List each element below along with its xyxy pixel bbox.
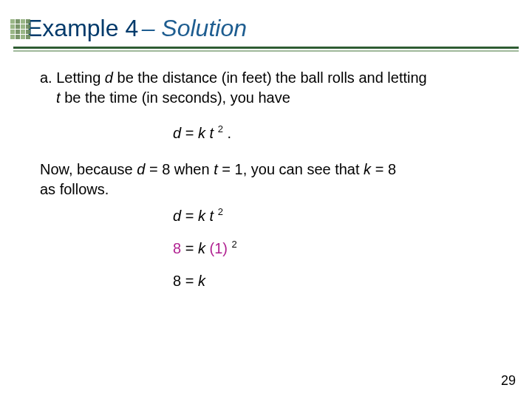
- text: be the time (in seconds), you have: [64, 89, 290, 106]
- paragraph-now: Now, because d = 8 when t = 1, you can s…: [40, 160, 502, 200]
- part-label-a: a.: [40, 69, 52, 86]
- eq-d: d: [173, 208, 181, 224]
- equation-column: d = k t 2 8 = k (1) 2 8 = k: [40, 200, 502, 297]
- eq-eq: =: [185, 125, 198, 141]
- title-dash: –: [142, 15, 162, 41]
- equation-1: d = k t 2 .: [40, 123, 502, 143]
- text: as follows.: [40, 181, 109, 197]
- content: a. Letting d be the distance (in feet) t…: [0, 52, 532, 297]
- eq-k: k: [198, 273, 205, 289]
- eq-eq: =: [185, 240, 198, 256]
- eq-exp: 2: [218, 123, 223, 134]
- page-number: 29: [501, 373, 516, 389]
- eq-exp: 2: [218, 206, 223, 217]
- eq-exp: 2: [232, 239, 237, 250]
- title-example: Example 4: [27, 15, 138, 41]
- divider-dark: [13, 47, 519, 49]
- eq-8: 8: [173, 273, 181, 289]
- eq-period: .: [227, 125, 231, 141]
- grid-icon: [10, 19, 31, 40]
- text: Now, because: [40, 161, 137, 177]
- equation-2: d = k t 2: [173, 200, 502, 232]
- eq-k: k: [198, 125, 205, 141]
- equation-4: 8 = k: [173, 265, 502, 297]
- text: Letting: [56, 69, 105, 86]
- equation-3: 8 = k (1) 2: [173, 232, 502, 265]
- var-d: d: [105, 69, 113, 86]
- eq-k: k: [198, 240, 205, 256]
- var-d: d: [137, 161, 145, 177]
- eq-one: (1): [210, 240, 228, 256]
- title-solution: Solution: [161, 15, 247, 41]
- title-band: Example 4 – Solution: [0, 0, 532, 47]
- eq-d: d: [173, 125, 181, 141]
- paragraph-a: a. Letting d be the distance (in feet) t…: [40, 68, 502, 108]
- eq-eq: =: [185, 208, 198, 224]
- text: = 8: [375, 161, 396, 177]
- eq-k: k: [198, 208, 205, 224]
- eq-8: 8: [173, 240, 181, 256]
- var-k: k: [364, 161, 371, 177]
- eq-eq: =: [185, 273, 198, 289]
- eq-t: t: [210, 125, 214, 141]
- text: = 1, you can see that: [222, 161, 364, 177]
- text: = 8 when: [149, 161, 214, 177]
- text: be the distance (in feet) the ball rolls…: [117, 69, 427, 86]
- eq-t: t: [210, 208, 214, 224]
- var-t: t: [214, 161, 218, 177]
- var-t: t: [56, 89, 61, 106]
